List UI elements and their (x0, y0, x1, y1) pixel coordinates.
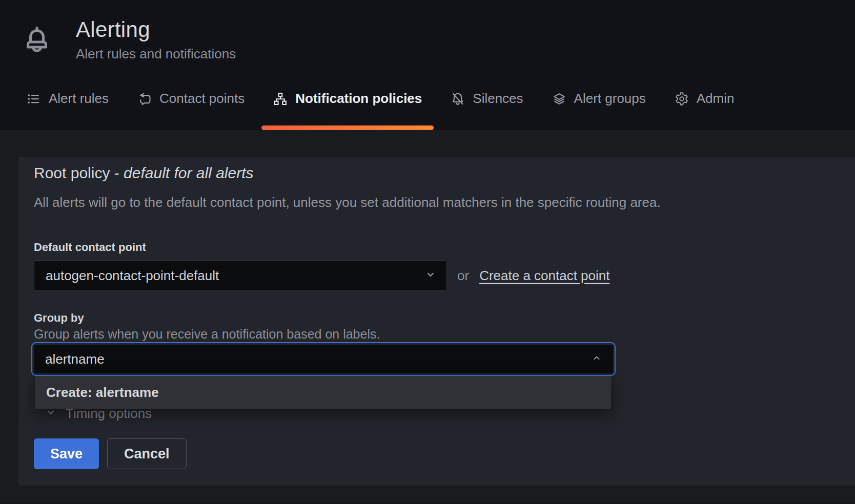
bell-icon (22, 24, 52, 55)
comment-share-icon (137, 92, 152, 106)
root-policy-description: All alerts will go to the default contac… (34, 195, 840, 210)
tab-contact-points[interactable]: Contact points (123, 68, 259, 130)
page-title: Alerting (76, 17, 236, 43)
tab-label: Notification policies (295, 91, 422, 107)
save-button[interactable]: Save (34, 438, 99, 469)
chevron-down-icon (425, 269, 436, 282)
tab-label: Admin (697, 91, 735, 107)
create-contact-point-link[interactable]: Create a contact point (479, 268, 609, 284)
sitemap-icon (273, 92, 288, 106)
cancel-button[interactable]: Cancel (107, 438, 187, 469)
root-policy-heading: Root policy - default for all alerts (34, 164, 840, 182)
tab-notification-policies[interactable]: Notification policies (259, 68, 436, 130)
tab-label: Alert groups (574, 91, 646, 107)
default-contact-point-select[interactable]: autogen-contact-point-default (34, 260, 447, 291)
group-by-input-container (34, 345, 613, 373)
tab-alert-rules[interactable]: Alert rules (12, 68, 123, 130)
form-buttons: Save Cancel (34, 438, 840, 469)
page-subtitle: Alert rules and notifications (76, 46, 236, 62)
list-icon (27, 92, 41, 106)
group-by-combobox-wrap: Create: alertname (31, 342, 616, 376)
layers-icon (552, 92, 566, 106)
chevron-up-icon[interactable] (592, 353, 602, 365)
timing-options-label: Timing options (66, 407, 152, 419)
group-by-input[interactable] (45, 351, 592, 367)
page-header: Alerting Alert rules and notifications (0, 0, 855, 66)
tab-admin[interactable]: Admin (660, 68, 749, 130)
tab-label: Contact points (159, 91, 245, 107)
menu-option-create-alertname[interactable]: Create: alertname (35, 376, 611, 409)
or-text: or (457, 268, 469, 284)
heading-italic: default for all alerts (124, 164, 253, 181)
select-value: autogen-contact-point-default (46, 268, 425, 284)
tab-silences[interactable]: Silences (436, 68, 537, 130)
group-by-description: Group alerts when you receive a notifica… (34, 327, 840, 341)
group-by-dropdown-menu: Create: alertname (35, 376, 611, 409)
tab-alert-groups[interactable]: Alert groups (538, 68, 660, 130)
tab-bar: Alert rules Contact points Notification … (0, 68, 855, 130)
contact-point-row: autogen-contact-point-default or Create … (34, 260, 840, 291)
default-contact-point-label: Default contact point (34, 241, 840, 254)
group-by-combobox (31, 342, 616, 376)
group-by-label: Group by (34, 311, 840, 325)
bell-slash-icon (451, 92, 465, 106)
tab-label: Silences (473, 91, 523, 107)
gear-icon (675, 92, 689, 106)
heading-regular: Root policy - (34, 164, 119, 181)
tab-label: Alert rules (49, 91, 109, 107)
content-area: Root policy - default for all alerts All… (0, 130, 855, 503)
root-policy-panel: Root policy - default for all alerts All… (18, 157, 855, 486)
active-tab-underline (261, 125, 434, 130)
